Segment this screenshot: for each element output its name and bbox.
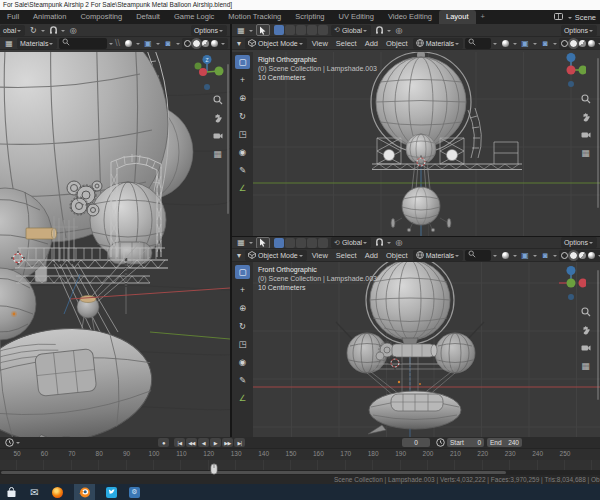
options-dropdown[interactable]: Options [561, 25, 597, 36]
editor-type-icon[interactable]: ▦ [235, 237, 247, 248]
tool-move[interactable]: ⊕ [235, 301, 250, 315]
zoom-icon[interactable] [212, 94, 223, 105]
viewport-nav-buttons[interactable]: ▦ [580, 306, 591, 371]
playback-controls[interactable]: ● |◀◀◀◀▶▶▶▶| [158, 438, 245, 447]
menu-add[interactable]: Add [361, 37, 382, 50]
play-button[interactable]: ▶ [210, 438, 221, 447]
scrollbar[interactable] [597, 58, 599, 208]
camera-icon[interactable] [580, 342, 591, 353]
editor-type-icon[interactable]: ▦ [235, 25, 247, 36]
tool-annotate[interactable]: ✎ [235, 373, 250, 387]
active-tool-icon[interactable] [256, 24, 270, 36]
wireframe-shading-icon[interactable] [561, 40, 568, 47]
workspace-tab-compositing[interactable]: Compositing [73, 10, 129, 24]
viewport-nav-buttons[interactable]: ▦ [580, 93, 591, 158]
tool-annotate[interactable]: ✎ [235, 163, 250, 177]
right-orthographic-view[interactable] [232, 52, 600, 236]
matcap-sphere-icon[interactable] [499, 38, 511, 49]
materials-dropdown[interactable]: Materials [413, 38, 463, 49]
options-dropdown[interactable]: Options [191, 25, 227, 36]
matcap-sphere-icon[interactable] [499, 250, 511, 261]
navigation-gizmo[interactable] [556, 53, 586, 95]
zoom-icon[interactable] [580, 306, 591, 317]
workspace-tab-default[interactable]: Default [129, 10, 167, 24]
navigation-gizmo[interactable] [556, 266, 586, 308]
tool-transform[interactable]: ◉ [235, 355, 250, 369]
viewport-left-canvas[interactable]: Z ▦ [0, 52, 230, 437]
tool-cursor[interactable]: + [235, 73, 250, 87]
material-shading-icon[interactable] [202, 40, 209, 47]
mode-dropdown[interactable]: Object Mode [245, 38, 307, 49]
menu-select[interactable]: Select [332, 249, 361, 262]
zoom-icon[interactable] [580, 93, 591, 104]
collapse-menus-icon[interactable]: ▾ [235, 250, 243, 261]
scrollbar[interactable] [597, 270, 599, 400]
shading-mode-buttons[interactable] [559, 38, 600, 49]
material-search-input[interactable] [465, 38, 491, 49]
tool-measure[interactable]: ∠ [235, 391, 250, 405]
settings-app-icon[interactable]: ⚙ [128, 486, 141, 499]
workspace-tab-game-logic[interactable]: Game Logic [167, 10, 221, 24]
grid-toggle-icon[interactable]: ▦ [580, 360, 591, 371]
current-frame-field[interactable]: 0 [402, 438, 430, 447]
scrollbar[interactable] [227, 64, 229, 214]
shading-mode-buttons[interactable] [559, 250, 600, 261]
tool-select-box[interactable]: ▢ [235, 55, 250, 69]
tool-move[interactable]: ⊕ [235, 91, 250, 105]
tool-options-buttons[interactable] [274, 25, 328, 35]
rendered-shading-icon[interactable] [588, 40, 595, 47]
solid-shading-icon[interactable] [570, 40, 577, 47]
active-tool-icon[interactable] [256, 237, 270, 249]
next-keyframe-button[interactable]: ▶▶ [222, 438, 233, 447]
front-orthographic-view[interactable] [232, 262, 600, 437]
firefox-icon[interactable] [51, 486, 64, 499]
snap-magnet-icon[interactable] [373, 237, 385, 248]
options-dropdown[interactable]: Options [561, 237, 597, 248]
solid-shading-icon[interactable] [193, 40, 200, 47]
pivot-icon[interactable]: ↻ [27, 25, 39, 36]
xray-toggle-icon[interactable]: ▣ [519, 38, 531, 49]
proportional-editing-icon[interactable]: ◎ [393, 237, 405, 248]
menu-object[interactable]: Object [382, 37, 412, 50]
workspace-tab-layout[interactable]: Layout [439, 10, 476, 24]
toolbar[interactable]: ▢+⊕↻◳◉✎∠ [232, 262, 253, 437]
tool-cursor[interactable]: + [235, 283, 250, 297]
snap-magnet-icon[interactable] [47, 25, 59, 36]
timeline-editor-icon[interactable] [3, 437, 15, 448]
play-reverse-button[interactable]: ◀ [198, 438, 209, 447]
snap-magnet-icon[interactable] [373, 25, 385, 36]
menu-object[interactable]: Object [382, 249, 412, 262]
toolbar[interactable]: ▢+⊕↻◳◉✎∠ [232, 52, 253, 236]
viewport-nav-buttons[interactable]: ▦ [212, 94, 223, 159]
materials-dropdown[interactable]: Materials [413, 250, 463, 261]
jump-start-button[interactable]: |◀ [174, 438, 185, 447]
workspace-tab-video-editing[interactable]: Video Editing [381, 10, 439, 24]
menu-select[interactable]: Select [332, 37, 361, 50]
material-search-input[interactable] [465, 250, 491, 261]
shading-mode-buttons[interactable] [182, 38, 228, 49]
blender-icon[interactable] [74, 484, 95, 500]
tool-scale[interactable]: ◳ [235, 127, 250, 141]
viewport-right-bottom-canvas[interactable]: ▢+⊕↻◳◉✎∠ [232, 262, 600, 437]
overlays-icon[interactable]: ◙ [162, 38, 174, 49]
camera-icon[interactable] [212, 130, 223, 141]
wireframe-shading-icon[interactable] [184, 40, 191, 47]
solid-shading-icon[interactable] [570, 252, 577, 259]
tool-rotate[interactable]: ↻ [235, 109, 250, 123]
workspace-tab-uv-editing[interactable]: UV Editing [331, 10, 380, 24]
area-splitter[interactable]: \\ [115, 38, 120, 48]
mail-icon[interactable]: ✉ [28, 486, 41, 499]
twitter-icon[interactable] [105, 486, 118, 499]
collapse-menus-icon[interactable]: ▾ [235, 38, 243, 49]
viewport-right-top-canvas[interactable]: ▢+⊕↻◳◉✎∠ [232, 52, 600, 236]
workspace-tab-animation[interactable]: Animation [26, 10, 73, 24]
airship-perspective-view[interactable] [0, 52, 230, 437]
use-preview-range-icon[interactable] [434, 437, 446, 448]
workspace-tab-full[interactable]: Full [0, 10, 26, 24]
materials-dropdown[interactable]: Materials [17, 38, 57, 49]
tool-rotate[interactable]: ↻ [235, 319, 250, 333]
tool-scale[interactable]: ◳ [235, 337, 250, 351]
mode-dropdown[interactable]: Object Mode [245, 250, 307, 261]
tool-transform[interactable]: ◉ [235, 145, 250, 159]
menu-add[interactable]: Add [361, 249, 382, 262]
